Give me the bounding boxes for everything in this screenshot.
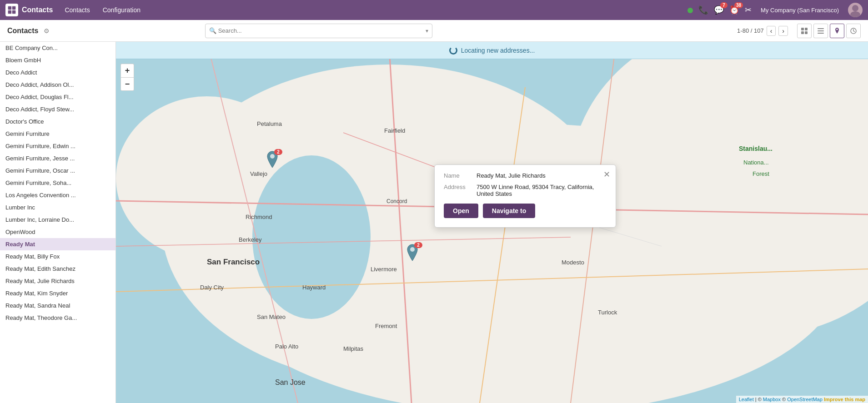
leaflet-link[interactable]: Leaflet bbox=[739, 397, 754, 402]
popup-address-value: 7500 W Linne Road, 95304 Tracy, Californ… bbox=[477, 184, 607, 197]
improve-map-link[interactable]: Improve this map bbox=[824, 397, 865, 402]
top-navigation: Contacts Contacts Configuration 📞 💬 7 ⏰ … bbox=[0, 0, 868, 20]
svg-text:San Francisco: San Francisco bbox=[207, 258, 260, 266]
status-dot-icon[interactable] bbox=[687, 5, 693, 15]
sidebar-item-ready-mat-sandra[interactable]: Ready Mat, Sandra Neal bbox=[0, 299, 115, 312]
attribution-text: | © bbox=[755, 397, 763, 402]
contacts-sidebar: BE Company Con... Bloem GmbH Deco Addict… bbox=[0, 42, 116, 403]
nav-configuration[interactable]: Configuration bbox=[98, 5, 145, 15]
svg-text:Petaluma: Petaluma bbox=[257, 120, 282, 127]
map-marker-fremont[interactable]: 2 bbox=[406, 244, 419, 261]
map-marker-concord[interactable]: 2 bbox=[266, 151, 279, 168]
sidebar-item-gemini-oscar[interactable]: Gemini Furniture, Oscar ... bbox=[0, 164, 115, 177]
loading-spinner bbox=[449, 46, 457, 55]
locating-bar: Locating new addresses... bbox=[116, 42, 868, 59]
activity-view-button[interactable] bbox=[846, 24, 861, 38]
sidebar-item-deco-douglas[interactable]: Deco Addict, Douglas Fl... bbox=[0, 91, 115, 103]
sidebar-item-ready-mat-edith[interactable]: Ready Mat, Edith Sanchez bbox=[0, 263, 115, 275]
main-content: BE Company Con... Bloem GmbH Deco Addict… bbox=[0, 42, 868, 403]
sidebar-item-gemini[interactable]: Gemini Furniture bbox=[0, 128, 115, 140]
map-area[interactable]: Locating new addresses... Petaluma bbox=[116, 42, 868, 403]
user-avatar[interactable] bbox=[848, 3, 863, 17]
contact-popup: ✕ Name Ready Mat, Julie Richards Address… bbox=[434, 164, 616, 228]
map-controls: + − bbox=[120, 64, 134, 91]
popup-address-label: Address bbox=[444, 184, 471, 197]
sidebar-item-ready-mat-kim[interactable]: Ready Mat, Kim Snyder bbox=[0, 287, 115, 299]
svg-rect-2 bbox=[8, 10, 12, 14]
pagination-prev[interactable]: ‹ bbox=[767, 26, 776, 36]
zoom-in-button[interactable]: + bbox=[120, 64, 134, 77]
svg-text:Nationa...: Nationa... bbox=[743, 159, 769, 166]
svg-rect-12 bbox=[818, 33, 824, 34]
company-name: My Company (San Francisco) bbox=[761, 7, 839, 14]
sidebar-item-gemini-soha[interactable]: Gemini Furniture, Soha... bbox=[0, 177, 115, 189]
sidebar-item-ready-mat[interactable]: Ready Mat bbox=[0, 238, 115, 250]
open-button[interactable]: Open bbox=[444, 204, 478, 218]
search-bar: 🔍 ▾ bbox=[205, 24, 432, 38]
popup-actions: Open Navigate to bbox=[444, 204, 607, 218]
sidebar-item-bloem[interactable]: Bloem GmbH bbox=[0, 54, 115, 66]
sidebar-item-deco-addict[interactable]: Deco Addict bbox=[0, 66, 115, 79]
page-title: Contacts bbox=[7, 27, 38, 35]
kanban-view-button[interactable] bbox=[797, 24, 812, 38]
svg-rect-9 bbox=[805, 31, 808, 34]
openstreetmap-link[interactable]: OpenStreetMap bbox=[787, 397, 823, 402]
sidebar-item-gemini-jesse[interactable]: Gemini Furniture, Jesse ... bbox=[0, 152, 115, 164]
search-input[interactable] bbox=[218, 27, 424, 34]
svg-text:Palo Alto: Palo Alto bbox=[275, 343, 298, 350]
svg-text:San Mateo: San Mateo bbox=[257, 313, 286, 320]
svg-text:Forest: Forest bbox=[753, 170, 769, 177]
app-logo[interactable] bbox=[5, 4, 18, 16]
sidebar-item-openwood[interactable]: OpenWood bbox=[0, 226, 115, 238]
svg-text:San Jose: San Jose bbox=[275, 378, 306, 386]
svg-rect-0 bbox=[8, 6, 12, 10]
svg-rect-11 bbox=[818, 30, 824, 31]
sidebar-item-ready-mat-theodore[interactable]: Ready Mat, Theodore Ga... bbox=[0, 312, 115, 324]
sidebar-item-deco-addison[interactable]: Deco Addict, Addison Ol... bbox=[0, 79, 115, 91]
subheader: Contacts ⚙ 🔍 ▾ 1-80 / 107 ‹ › bbox=[0, 20, 868, 42]
svg-rect-10 bbox=[818, 28, 824, 29]
phone-icon[interactable]: 📞 bbox=[698, 5, 708, 15]
svg-text:Livermore: Livermore bbox=[371, 266, 397, 273]
search-dropdown-arrow[interactable]: ▾ bbox=[426, 28, 428, 34]
marker-badge-fremont: 2 bbox=[414, 242, 422, 248]
sidebar-item-lumber-inc[interactable]: Lumber Inc bbox=[0, 201, 115, 214]
map-view-button[interactable] bbox=[830, 24, 844, 38]
locating-text: Locating new addresses... bbox=[461, 47, 535, 54]
chat-icon[interactable]: 💬 7 bbox=[714, 5, 724, 15]
sidebar-item-be-company[interactable]: BE Company Con... bbox=[0, 42, 115, 54]
navigate-to-button[interactable]: Navigate to bbox=[483, 204, 535, 218]
svg-text:Richmond: Richmond bbox=[246, 214, 272, 220]
svg-rect-7 bbox=[805, 28, 808, 30]
settings-icon[interactable]: ✂ bbox=[745, 5, 752, 15]
popup-name-row: Name Ready Mat, Julie Richards bbox=[444, 172, 607, 179]
pagination-next[interactable]: › bbox=[778, 26, 788, 36]
svg-rect-6 bbox=[801, 28, 804, 30]
svg-text:Concord: Concord bbox=[386, 198, 407, 204]
svg-text:Fremont: Fremont bbox=[375, 323, 397, 329]
zoom-out-button[interactable]: − bbox=[120, 77, 134, 91]
sidebar-item-ready-mat-billy[interactable]: Ready Mat, Billy Fox bbox=[0, 250, 115, 263]
sidebar-item-doctors-office[interactable]: Doctor's Office bbox=[0, 115, 115, 128]
mapbox-link[interactable]: Mapbox bbox=[763, 397, 781, 402]
svg-rect-3 bbox=[12, 10, 16, 14]
settings-gear-icon[interactable]: ⚙ bbox=[44, 27, 50, 35]
svg-point-4 bbox=[852, 5, 858, 11]
sidebar-item-ready-mat-julie[interactable]: Ready Mat, Julie Richards bbox=[0, 275, 115, 287]
activity-badge: 38 bbox=[734, 2, 743, 8]
sidebar-item-la-convention[interactable]: Los Angeles Convention ... bbox=[0, 189, 115, 201]
activity-icon[interactable]: ⏰ 38 bbox=[729, 5, 739, 15]
popup-close-button[interactable]: ✕ bbox=[603, 169, 610, 179]
list-view-button[interactable] bbox=[813, 24, 828, 38]
sidebar-item-lumber-lorraine[interactable]: Lumber Inc, Lorraine Do... bbox=[0, 214, 115, 226]
popup-name-label: Name bbox=[444, 172, 471, 179]
sidebar-item-deco-floyd[interactable]: Deco Addict, Floyd Stew... bbox=[0, 103, 115, 115]
svg-text:Berkeley: Berkeley bbox=[239, 236, 262, 243]
sidebar-item-gemini-edwin[interactable]: Gemini Furniture, Edwin ... bbox=[0, 140, 115, 152]
svg-text:Milpitas: Milpitas bbox=[343, 345, 364, 352]
svg-rect-8 bbox=[801, 31, 804, 34]
svg-text:Daly City: Daly City bbox=[200, 284, 224, 291]
app-title: Contacts bbox=[22, 6, 53, 14]
svg-text:Hayward: Hayward bbox=[302, 284, 326, 291]
nav-contacts[interactable]: Contacts bbox=[60, 5, 94, 15]
